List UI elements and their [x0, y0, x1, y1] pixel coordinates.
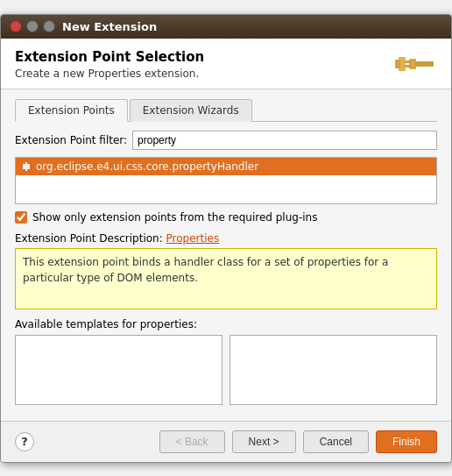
- dialog-header: Extension Point Selection Create a new P…: [1, 39, 451, 89]
- svg-marker-6: [23, 162, 30, 171]
- templates-list[interactable]: [15, 335, 222, 405]
- svg-rect-1: [409, 59, 416, 69]
- checkbox-label[interactable]: Show only extension points from the requ…: [32, 211, 317, 224]
- description-title: Extension Point Description: Properties: [15, 232, 437, 245]
- filter-label: Extension Point filter:: [15, 134, 127, 146]
- dialog-footer: ? < Back Next > Cancel Finish: [1, 421, 451, 462]
- header-text: Extension Point Selection Create a new P…: [15, 49, 204, 80]
- checkbox-row: Show only extension points from the requ…: [15, 211, 437, 224]
- description-box: This extension point binds a handler cla…: [15, 248, 437, 309]
- show-only-checkbox[interactable]: [15, 211, 27, 224]
- help-button[interactable]: ?: [15, 432, 34, 451]
- templates-panels: [15, 335, 437, 405]
- plug-item-icon: [21, 161, 32, 172]
- svg-rect-0: [414, 61, 434, 67]
- window-controls[interactable]: [10, 20, 55, 32]
- connector-icon-svg: [388, 52, 437, 76]
- dialog-content: Extension Points Extension Wizards Exten…: [1, 89, 451, 421]
- tab-bar: Extension Points Extension Wizards: [15, 98, 437, 122]
- list-item-label: org.eclipse.e4.ui.css.core.propertyHandl…: [36, 160, 258, 173]
- templates-detail: [230, 335, 437, 405]
- header-title: Extension Point Selection: [15, 49, 204, 65]
- filter-input[interactable]: [132, 131, 437, 150]
- maximize-button[interactable]: [43, 20, 55, 32]
- next-button[interactable]: Next >: [232, 430, 296, 453]
- templates-label: Available templates for properties:: [15, 318, 437, 330]
- svg-rect-5: [395, 60, 400, 68]
- footer-right: < Back Next > Cancel Finish: [159, 430, 437, 453]
- description-link[interactable]: Properties: [166, 232, 220, 245]
- footer-left: ?: [15, 432, 34, 451]
- window-title: New Extension: [62, 20, 157, 33]
- tab-extension-points[interactable]: Extension Points: [15, 99, 128, 122]
- cancel-button[interactable]: Cancel: [303, 430, 369, 453]
- close-button[interactable]: [10, 20, 22, 32]
- description-section: Extension Point Description: Properties …: [15, 232, 437, 309]
- list-item[interactable]: org.eclipse.e4.ui.css.core.propertyHandl…: [16, 158, 436, 175]
- back-button[interactable]: < Back: [159, 430, 225, 453]
- dialog-window: New Extension Extension Point Selection …: [0, 14, 452, 463]
- tab-extension-wizards[interactable]: Extension Wizards: [130, 99, 252, 122]
- titlebar: New Extension: [1, 15, 451, 39]
- extension-point-list[interactable]: org.eclipse.e4.ui.css.core.propertyHandl…: [15, 157, 437, 204]
- minimize-button[interactable]: [26, 20, 39, 32]
- header-subtitle: Create a new Properties extension.: [15, 67, 204, 80]
- templates-section: Available templates for properties:: [15, 318, 437, 405]
- filter-row: Extension Point filter:: [15, 131, 437, 150]
- finish-button[interactable]: Finish: [376, 430, 437, 453]
- plugin-icon: [388, 52, 437, 76]
